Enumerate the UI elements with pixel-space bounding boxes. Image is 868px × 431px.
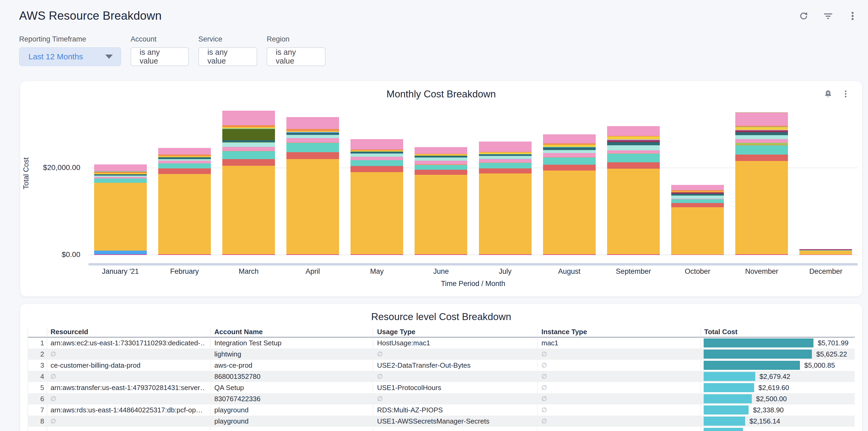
bar-segment[interactable] bbox=[222, 151, 275, 159]
cell-resource-id[interactable]: arn:aws:rds:us-east-1:448640225317:db:pc… bbox=[51, 404, 205, 415]
bar-segment[interactable] bbox=[735, 145, 788, 155]
bar-segment[interactable] bbox=[671, 185, 724, 190]
bar-segment[interactable] bbox=[350, 166, 403, 173]
stacked-bar-january-21[interactable] bbox=[94, 164, 147, 255]
bar-segment[interactable] bbox=[94, 179, 147, 183]
bar-segment[interactable] bbox=[671, 203, 724, 207]
bar-segment[interactable] bbox=[350, 139, 403, 149]
bar-segment[interactable] bbox=[735, 161, 788, 254]
refresh-icon[interactable] bbox=[798, 10, 809, 22]
bar-segment[interactable] bbox=[479, 159, 532, 162]
bar-segment[interactable] bbox=[94, 251, 147, 255]
cell-account-name[interactable]: 868001352780 bbox=[214, 371, 369, 382]
bar-segment[interactable] bbox=[286, 152, 339, 159]
account-filter-button[interactable]: is any value bbox=[131, 48, 189, 66]
stacked-bar-may[interactable] bbox=[350, 139, 403, 255]
bar-segment[interactable] bbox=[543, 153, 596, 157]
bar-segment[interactable] bbox=[94, 183, 147, 251]
stacked-bar-september[interactable] bbox=[607, 126, 660, 255]
cell-instance-type[interactable]: mac1 bbox=[541, 337, 690, 348]
bar-segment[interactable] bbox=[94, 164, 147, 171]
bar-segment[interactable] bbox=[543, 157, 596, 165]
bar-segment[interactable] bbox=[735, 127, 788, 130]
service-filter-button[interactable]: is any value bbox=[198, 48, 257, 66]
total-cost-value[interactable]: $5,701.99 bbox=[818, 337, 848, 348]
bar-segment[interactable] bbox=[543, 147, 596, 150]
bar-segment[interactable] bbox=[158, 174, 211, 254]
bar-segment[interactable] bbox=[735, 254, 788, 255]
stacked-bar-october[interactable] bbox=[671, 185, 724, 255]
cell-usage-type[interactable]: HostUsage:mac1 bbox=[377, 337, 534, 348]
bar-segment[interactable] bbox=[735, 132, 788, 135]
column-header-account-name[interactable]: Account Name bbox=[214, 328, 263, 336]
bar-segment[interactable] bbox=[350, 172, 403, 254]
bar-segment[interactable] bbox=[222, 254, 275, 255]
bar-segment[interactable] bbox=[607, 126, 660, 136]
total-cost-value[interactable]: $2,500.00 bbox=[756, 393, 787, 404]
bar-segment[interactable] bbox=[222, 140, 275, 143]
cell-usage-type[interactable]: USE1-AWSSecretsManager-Secrets bbox=[377, 415, 534, 427]
bar-segment[interactable] bbox=[158, 254, 211, 255]
bar-segment[interactable] bbox=[158, 161, 211, 163]
bar-segment[interactable] bbox=[414, 157, 467, 161]
cell-resource-id[interactable]: arn:aws:transfer:us-east-1:479370281431:… bbox=[51, 382, 205, 393]
cell-usage-type[interactable]: RDS:Multi-AZ-PIOPS bbox=[377, 404, 534, 415]
bar-segment[interactable] bbox=[543, 254, 596, 255]
column-header-resourceid[interactable]: ResourceId bbox=[51, 328, 88, 336]
bar-segment[interactable] bbox=[671, 207, 724, 255]
cell-usage-type[interactable]: USE2-DataTransfer-Out-Bytes bbox=[377, 360, 534, 371]
bar-segment[interactable] bbox=[479, 156, 532, 159]
total-cost-bar[interactable] bbox=[704, 383, 754, 392]
cell-resource-id[interactable]: arn:aws:ec2:us-east-1:733017110293:dedic… bbox=[51, 337, 205, 348]
chart-horizontal-scrollbar[interactable] bbox=[88, 263, 858, 266]
bar-segment[interactable] bbox=[479, 174, 532, 254]
cell-resource-id[interactable]: ce-customer-billing-data-prod bbox=[51, 360, 205, 371]
bar-segment[interactable] bbox=[543, 171, 596, 255]
stacked-bar-april[interactable] bbox=[286, 117, 339, 255]
bar-segment[interactable] bbox=[543, 145, 596, 147]
bar-segment[interactable] bbox=[286, 138, 339, 142]
bar-segment[interactable] bbox=[543, 134, 596, 144]
bar-segment[interactable] bbox=[286, 143, 339, 152]
bar-segment[interactable] bbox=[607, 136, 660, 140]
timeframe-select[interactable]: Last 12 Months bbox=[19, 48, 121, 66]
bar-segment[interactable] bbox=[479, 168, 532, 174]
cell-account-name[interactable]: Integration Test Setup bbox=[214, 337, 369, 348]
bar-segment[interactable] bbox=[799, 251, 852, 255]
stacked-bar-december[interactable] bbox=[799, 249, 852, 255]
cell-account-name[interactable]: aws-ce-prod bbox=[214, 360, 369, 371]
bar-segment[interactable] bbox=[479, 163, 532, 168]
filter-icon[interactable] bbox=[822, 10, 834, 22]
total-cost-bar[interactable] bbox=[704, 361, 800, 370]
total-cost-value[interactable]: $5,000.85 bbox=[804, 360, 835, 371]
total-cost-bar[interactable] bbox=[704, 405, 749, 414]
bar-segment[interactable] bbox=[286, 159, 339, 254]
total-cost-value[interactable]: $2,679.42 bbox=[760, 371, 790, 382]
stacked-bar-july[interactable] bbox=[479, 142, 532, 255]
bar-segment[interactable] bbox=[350, 154, 403, 156]
total-cost-value[interactable]: $5,625.22 bbox=[816, 348, 847, 360]
bar-segment[interactable] bbox=[735, 113, 788, 126]
bar-segment[interactable] bbox=[286, 135, 339, 138]
cell-account-name[interactable]: playground bbox=[214, 404, 369, 415]
bar-segment[interactable] bbox=[414, 254, 467, 255]
bar-segment[interactable] bbox=[671, 199, 724, 203]
stacked-bar-august[interactable] bbox=[543, 134, 596, 255]
total-cost-bar[interactable] bbox=[704, 394, 752, 403]
bar-segment[interactable] bbox=[222, 147, 275, 151]
region-filter-button[interactable]: is any value bbox=[267, 48, 326, 66]
bar-segment[interactable] bbox=[735, 139, 788, 143]
bar-segment[interactable] bbox=[671, 195, 724, 199]
cell-account-name[interactable]: lightwing bbox=[214, 348, 369, 360]
bar-segment[interactable] bbox=[414, 161, 467, 164]
bar-segment[interactable] bbox=[414, 165, 467, 170]
bar-segment[interactable] bbox=[607, 254, 660, 255]
bar-segment[interactable] bbox=[350, 157, 403, 160]
bar-segment[interactable] bbox=[158, 168, 211, 174]
kebab-menu-icon[interactable] bbox=[847, 10, 859, 22]
bar-segment[interactable] bbox=[607, 145, 660, 150]
bar-segment[interactable] bbox=[543, 150, 596, 153]
total-cost-bar[interactable] bbox=[704, 349, 812, 359]
bar-segment[interactable] bbox=[286, 254, 339, 255]
bar-segment[interactable] bbox=[607, 162, 660, 169]
